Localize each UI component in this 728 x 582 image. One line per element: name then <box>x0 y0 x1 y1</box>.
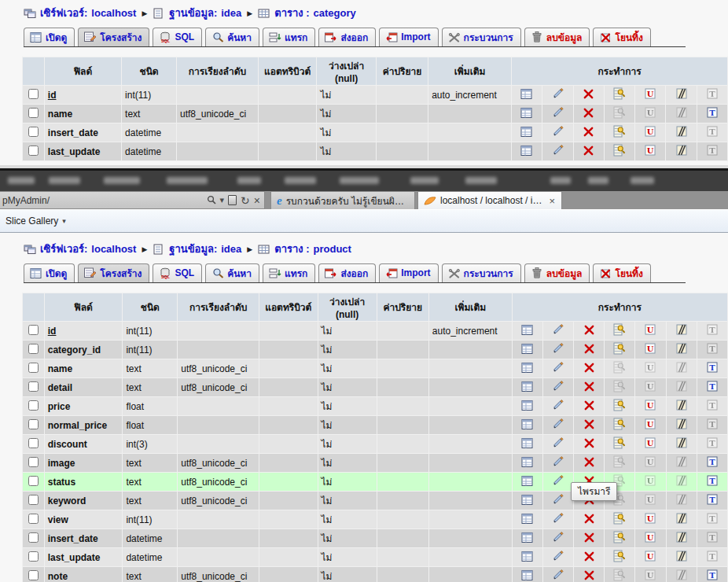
row-checkbox[interactable] <box>28 476 39 486</box>
index-icon[interactable] <box>675 512 688 525</box>
index-icon[interactable] <box>675 531 688 544</box>
tab-export[interactable]: ส่งออก <box>318 263 376 282</box>
browse-icon[interactable] <box>520 342 534 355</box>
tab-droptable[interactable]: โยนทิ้ง <box>593 263 650 282</box>
primary-icon[interactable] <box>613 342 627 355</box>
unique-icon[interactable]: U <box>644 436 657 450</box>
search-icon[interactable] <box>207 195 216 206</box>
browse-icon[interactable] <box>520 144 534 157</box>
edit-icon[interactable] <box>551 125 564 138</box>
breadcrumb-db-value[interactable]: idea <box>221 243 241 255</box>
drop-icon[interactable] <box>582 125 595 138</box>
row-checkbox[interactable] <box>28 363 39 373</box>
browse-icon[interactable] <box>520 323 534 337</box>
edit-icon[interactable] <box>551 106 564 120</box>
drop-icon[interactable] <box>583 380 596 393</box>
breadcrumb-db-value[interactable]: idea <box>221 7 241 19</box>
primary-icon[interactable] <box>613 436 627 450</box>
browse-icon[interactable] <box>520 125 534 138</box>
index-icon[interactable] <box>675 399 688 412</box>
drop-icon[interactable] <box>583 418 596 431</box>
tab-import[interactable]: Import <box>379 28 438 46</box>
breadcrumb-table-label[interactable]: ตาราง : <box>274 241 309 257</box>
edit-icon[interactable] <box>552 550 565 563</box>
row-checkbox[interactable] <box>28 344 39 354</box>
dropdown-arrow-icon[interactable]: ▾ <box>220 195 225 205</box>
breadcrumb-table-label[interactable]: ตาราง : <box>274 5 309 21</box>
drop-icon[interactable] <box>583 569 596 582</box>
browse-icon[interactable] <box>520 418 534 431</box>
edit-icon[interactable] <box>552 436 565 450</box>
edit-icon[interactable] <box>552 380 565 393</box>
edit-icon[interactable] <box>552 418 565 431</box>
edit-icon[interactable] <box>551 144 564 157</box>
address-bar[interactable]: pMyAdmin/ ▾ ↻ × <box>0 191 265 209</box>
row-checkbox[interactable] <box>28 495 39 505</box>
unique-icon[interactable]: U <box>644 144 657 157</box>
tab-sql[interactable]: SQLSQL <box>153 28 202 46</box>
drop-icon[interactable] <box>583 455 596 469</box>
tab-browse[interactable]: เปิดดู <box>24 263 75 282</box>
edit-icon[interactable] <box>552 342 565 355</box>
drop-icon[interactable] <box>582 106 595 120</box>
row-checkbox[interactable] <box>28 325 39 335</box>
tab-import[interactable]: Import <box>379 263 438 282</box>
drop-icon[interactable] <box>583 342 596 355</box>
tab-browse[interactable]: เปิดดู <box>24 28 75 46</box>
breadcrumb-server-value[interactable]: localhost <box>91 243 136 255</box>
close-icon[interactable]: × <box>548 195 556 207</box>
refresh-icon[interactable]: ↻ <box>241 194 250 207</box>
primary-icon[interactable] <box>613 125 627 138</box>
drop-icon[interactable] <box>582 87 595 101</box>
tab-structure[interactable]: โครงสร้าง <box>78 263 149 282</box>
edit-icon[interactable] <box>552 493 565 506</box>
primary-icon[interactable] <box>613 144 627 157</box>
drop-icon[interactable] <box>582 144 595 157</box>
index-icon[interactable] <box>675 342 688 355</box>
unique-icon[interactable]: U <box>644 323 657 337</box>
drop-icon[interactable] <box>583 323 596 337</box>
row-checkbox[interactable] <box>28 438 39 448</box>
tab-structure[interactable]: โครงสร้าง <box>78 28 149 46</box>
browse-icon[interactable] <box>520 474 534 488</box>
unique-icon[interactable]: U <box>644 550 657 563</box>
primary-icon[interactable] <box>613 399 627 412</box>
primary-icon[interactable] <box>613 512 627 525</box>
browse-icon[interactable] <box>520 569 534 582</box>
tab-insert[interactable]: แทรก <box>263 263 315 282</box>
primary-icon[interactable] <box>613 323 627 337</box>
unique-icon[interactable]: U <box>644 342 657 355</box>
fulltext-icon[interactable]: T <box>705 361 719 374</box>
row-checkbox[interactable] <box>28 381 39 392</box>
edit-icon[interactable] <box>552 399 565 412</box>
row-checkbox[interactable] <box>28 89 39 99</box>
edit-icon[interactable] <box>552 323 565 337</box>
primary-icon[interactable] <box>613 531 627 544</box>
index-icon[interactable] <box>675 550 688 563</box>
row-checkbox[interactable] <box>28 457 39 467</box>
edit-icon[interactable] <box>552 569 565 582</box>
tab-sql[interactable]: SQLSQL <box>153 263 202 282</box>
browse-icon[interactable] <box>520 455 534 469</box>
fulltext-icon[interactable]: T <box>705 106 719 120</box>
drop-icon[interactable] <box>583 550 596 563</box>
browse-icon[interactable] <box>520 550 534 563</box>
browser-tab-forum[interactable]: e รบกวนด้วยครับ ไม่รู้เขียนผิดตรงไ... <box>270 191 415 209</box>
unique-icon[interactable]: U <box>644 125 657 138</box>
edit-icon[interactable] <box>552 361 565 374</box>
row-checkbox[interactable] <box>28 400 39 411</box>
index-icon[interactable] <box>675 144 688 157</box>
edit-icon[interactable] <box>552 531 565 544</box>
stop-icon[interactable]: × <box>254 194 260 207</box>
unique-icon[interactable]: U <box>644 531 657 544</box>
browse-icon[interactable] <box>520 531 534 544</box>
browse-icon[interactable] <box>520 436 534 450</box>
row-checkbox[interactable] <box>28 146 39 156</box>
row-checkbox[interactable] <box>28 127 39 137</box>
row-checkbox[interactable] <box>28 532 39 543</box>
unique-icon[interactable]: U <box>644 399 657 412</box>
row-checkbox[interactable] <box>28 551 39 562</box>
breadcrumb-table-value[interactable]: category <box>314 7 356 19</box>
edit-icon[interactable] <box>552 474 565 488</box>
browse-icon[interactable] <box>520 380 534 393</box>
